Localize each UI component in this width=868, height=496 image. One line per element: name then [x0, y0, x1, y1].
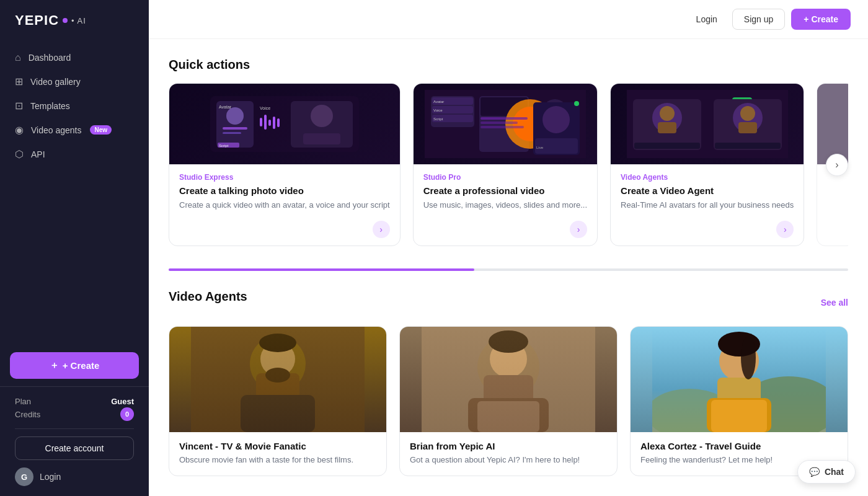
sidebar-item-label-video-agents: Video agents [31, 125, 81, 135]
create-account-label: Create account [45, 443, 104, 453]
api-icon: ⬡ [15, 148, 24, 160]
svg-rect-43 [634, 143, 700, 149]
quick-actions-title: Quick actions [169, 58, 848, 72]
credits-label: Credits [15, 410, 40, 419]
agent-card-brian[interactable]: Brian from Yepic AI Got a question about… [399, 326, 618, 476]
sidebar-item-label-api: API [31, 149, 45, 159]
svg-point-49 [740, 106, 755, 121]
topbar-signup-label: Sign up [744, 14, 773, 24]
topbar-login-label: Login [696, 14, 717, 24]
svg-rect-7 [268, 120, 271, 126]
sidebar-create-label: + Create [63, 360, 100, 371]
chat-button[interactable]: 💬 Chat [797, 460, 856, 484]
agent-card-alexa[interactable]: Alexa Cortez - Travel Guide Feeling the … [630, 326, 848, 476]
sidebar-bottom: Plan Guest Credits 0 Create account G Lo… [0, 386, 149, 496]
dashboard-icon: ⌂ [15, 52, 21, 63]
quick-actions-scroll: Script Avatar Voice Studio Express Creat… [169, 83, 848, 246]
topbar-login-button[interactable]: Login [688, 9, 726, 29]
svg-text:Avatar: Avatar [219, 105, 232, 109]
video-agents-icon: ◉ [15, 124, 24, 136]
svg-rect-35 [480, 117, 528, 120]
svg-text:Avatar: Avatar [433, 100, 444, 104]
sidebar-item-video-agents[interactable]: ◉ Video agents New [0, 118, 149, 142]
sidebar-item-label-dashboard: Dashboard [29, 53, 71, 63]
svg-point-11 [311, 105, 333, 127]
avatar: G [15, 467, 33, 486]
card-arrow-express[interactable]: › [373, 221, 390, 238]
templates-icon: ⊡ [15, 100, 23, 112]
svg-rect-12 [303, 133, 340, 144]
plan-row: Plan Guest [15, 397, 134, 406]
quick-card-video-agents[interactable]: ● Live [610, 83, 804, 246]
svg-point-2 [226, 107, 244, 125]
agent-desc-vincent: Obscure movie fan with a taste for the b… [179, 454, 376, 466]
svg-rect-59 [191, 327, 365, 432]
agent-image-alexa [631, 327, 848, 432]
svg-point-47 [660, 106, 675, 121]
agent-card-vincent[interactable]: Vincent - TV & Movie Fanatic Obscure mov… [169, 326, 387, 476]
logo-text: YEPIC [15, 12, 59, 29]
card-desc-pro: Use music, images, videos, slides and mo… [423, 200, 587, 211]
scroll-indicator [169, 268, 848, 271]
svg-rect-3 [223, 127, 247, 130]
topbar: Login Sign up + Create [149, 0, 868, 39]
login-row[interactable]: G Login [15, 467, 134, 486]
new-badge: New [90, 125, 112, 135]
svg-rect-9 [277, 118, 280, 127]
svg-point-34 [574, 101, 579, 106]
svg-rect-4 [223, 132, 241, 134]
svg-rect-46 [715, 143, 781, 149]
topbar-signup-button[interactable]: Sign up [732, 9, 785, 30]
card-desc-express: Create a quick video with an avatar, a v… [179, 200, 390, 211]
see-all-button[interactable]: See all [821, 298, 848, 308]
svg-rect-48 [658, 122, 676, 133]
topbar-create-button[interactable]: + Create [791, 9, 851, 30]
create-plus-icon: ＋ [50, 360, 59, 371]
sidebar-nav: ⌂ Dashboard ⊞ Video gallery ⊡ Templates … [0, 41, 149, 345]
agents-grid: Vincent - TV & Movie Fanatic Obscure mov… [169, 326, 848, 476]
plan-value: Guest [111, 397, 134, 406]
sidebar-item-label-video-gallery: Video gallery [30, 77, 81, 87]
studio-pro-preview: Avatar Voice Script [414, 84, 597, 164]
card-arrow-pro[interactable]: › [570, 221, 587, 238]
svg-text:Voice: Voice [260, 106, 270, 110]
quick-card-studio-pro[interactable]: Avatar Voice Script [413, 83, 598, 246]
sidebar-create-button[interactable]: ＋ + Create [10, 352, 139, 379]
credits-value: 0 [120, 407, 134, 421]
card-category-agents: Video Agents [621, 173, 794, 182]
sidebar-item-templates[interactable]: ⊡ Templates [0, 94, 149, 118]
sidebar-item-video-gallery[interactable]: ⊞ Video gallery [0, 69, 149, 94]
scroll-right-button[interactable]: › [826, 154, 848, 176]
logo: YEPIC • AI [0, 0, 149, 41]
svg-text:Voice: Voice [433, 108, 443, 112]
video-agents-title: Video Agents [169, 290, 247, 304]
quick-card-studio-express[interactable]: Script Avatar Voice Studio Express Creat… [169, 83, 401, 246]
svg-point-31 [542, 106, 570, 133]
svg-text:Live: Live [536, 146, 544, 149]
card-title-agents: Create a Video Agent [621, 185, 794, 196]
svg-rect-50 [738, 122, 757, 133]
create-account-button[interactable]: Create account [15, 436, 134, 460]
agent-image-vincent [169, 327, 386, 432]
studio-express-preview: Script Avatar Voice [169, 84, 400, 164]
sidebar-item-dashboard[interactable]: ⌂ Dashboard [0, 46, 149, 69]
agent-name-alexa: Alexa Cortez - Travel Guide [640, 441, 838, 451]
video-gallery-icon: ⊞ [15, 76, 23, 87]
sidebar-item-api[interactable]: ⬡ API [0, 142, 149, 166]
svg-rect-6 [264, 115, 267, 130]
credits-row: Credits 0 [15, 407, 134, 421]
video-agents-preview: ● Live [611, 84, 804, 164]
agent-image-brian [400, 327, 617, 432]
agent-name-vincent: Vincent - TV & Movie Fanatic [179, 441, 376, 451]
page-content: Quick actions [149, 39, 868, 496]
chat-icon: 💬 [809, 467, 820, 477]
card-title-express: Create a talking photo video [179, 185, 390, 196]
svg-rect-8 [273, 117, 275, 129]
scroll-indicator-fill [169, 268, 474, 271]
svg-text:Script: Script [433, 117, 443, 121]
sidebar-divider [15, 428, 134, 429]
card-title-pro: Create a professional video [423, 185, 587, 196]
avatar-letter: G [21, 472, 27, 482]
card-arrow-agents[interactable]: › [776, 221, 794, 238]
svg-rect-5 [260, 118, 262, 126]
